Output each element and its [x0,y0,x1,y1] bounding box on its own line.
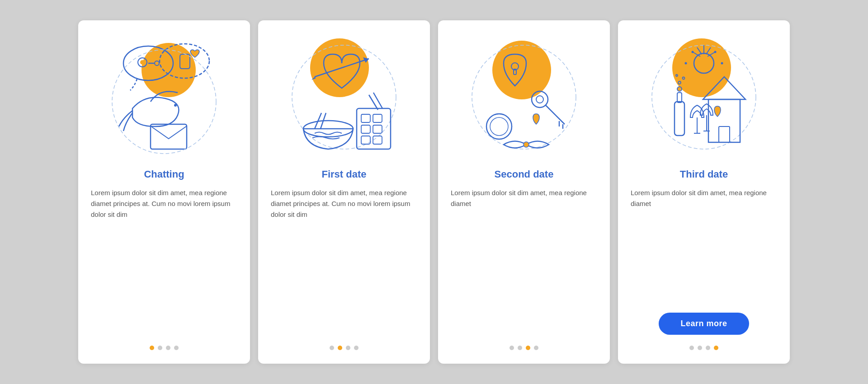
card-third-date: Third date Lorem ipsum dolor sit dim ame… [618,20,790,364]
first-date-svg [290,38,398,156]
svg-point-54 [676,75,678,76]
svg-point-6 [174,104,177,107]
svg-point-53 [683,77,685,80]
illustration-second-date [465,34,583,160]
dot-2 [338,346,342,350]
dot-3 [346,346,350,350]
svg-point-8 [112,50,216,154]
svg-point-34 [524,142,529,147]
svg-point-45 [721,62,723,65]
third-date-svg [650,38,758,156]
cards-container: Chatting Lorem ipsum dolor sit dim amet,… [51,2,817,382]
svg-point-44 [685,62,687,65]
dot-2 [698,346,702,350]
svg-point-28 [536,96,543,103]
svg-rect-48 [719,126,730,142]
card-second-date: Second date Lorem ipsum dolor sit dim am… [438,20,610,364]
card-third-date-dots [689,346,718,350]
card-second-date-dots [509,346,538,350]
card-first-date-text: Lorem ipsum dolor sit dim amet, mea regi… [271,187,417,335]
svg-rect-50 [677,93,682,103]
illustration-third-date [645,34,763,160]
card-chatting: Chatting Lorem ipsum dolor sit dim amet,… [78,20,250,364]
card-chatting-text: Lorem ipsum dolor sit dim amet, mea regi… [91,187,237,335]
dot-4 [714,346,718,350]
card-first-date-title: First date [321,169,366,180]
dot-2 [518,346,522,350]
illustration-first-date [285,34,403,160]
svg-rect-49 [675,102,684,136]
dot-4 [174,346,179,350]
illustration-chatting [105,34,223,160]
card-first-date: First date Lorem ipsum dolor sit dim ame… [258,20,430,364]
svg-point-4 [155,61,159,66]
card-third-date-title: Third date [680,169,728,180]
dot-2 [158,346,162,350]
svg-rect-16 [361,114,370,122]
svg-point-27 [532,91,548,108]
svg-rect-21 [373,136,382,144]
svg-point-42 [692,51,694,53]
svg-point-5 [160,44,209,78]
svg-point-41 [694,53,714,73]
svg-point-43 [714,51,717,53]
card-second-date-text: Lorem ipsum dolor sit dim amet, mea regi… [451,187,597,335]
svg-point-24 [472,45,576,149]
dot-3 [526,346,530,350]
dot-4 [354,346,359,350]
second-date-svg [470,38,578,156]
svg-rect-7 [151,124,187,149]
svg-line-23 [373,93,382,108]
learn-more-button[interactable]: Learn more [659,313,749,335]
card-chatting-dots [150,346,179,350]
card-first-date-dots [330,346,359,350]
card-second-date-title: Second date [495,169,554,180]
svg-rect-18 [361,125,370,133]
svg-line-29 [546,105,565,124]
dot-1 [509,346,514,350]
svg-marker-46 [708,99,740,142]
card-third-date-text: Lorem ipsum dolor sit dim amet, mea regi… [631,187,777,303]
svg-marker-47 [703,77,745,99]
dot-3 [166,346,170,350]
dot-1 [330,346,334,350]
card-chatting-title: Chatting [144,169,184,180]
dot-3 [706,346,710,350]
chatting-svg [110,38,218,156]
svg-rect-17 [373,114,382,122]
svg-rect-19 [373,125,382,133]
svg-point-51 [677,87,682,91]
dot-1 [150,346,154,350]
svg-point-2 [140,60,145,65]
svg-point-33 [490,117,508,136]
svg-point-52 [678,81,681,84]
dot-1 [689,346,694,350]
dot-4 [534,346,538,350]
